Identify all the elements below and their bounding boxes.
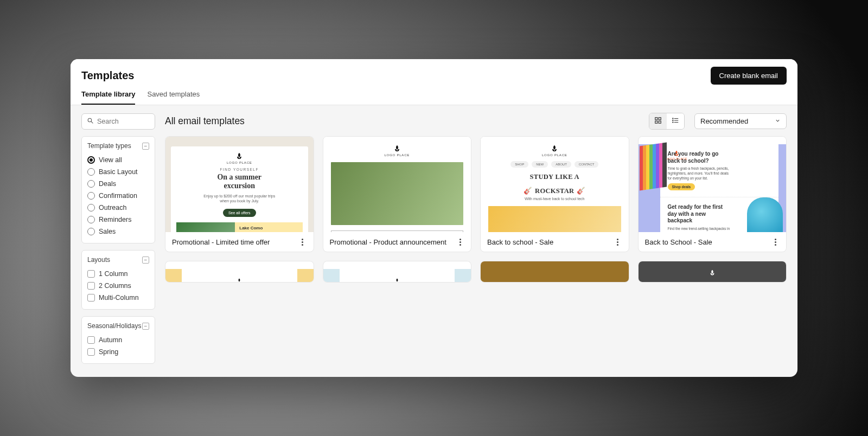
filter-template-types: Template types − View all Basic Layout D… <box>81 136 155 243</box>
template-card[interactable]: LOGO PLACE FIND YOURSELF On a summerexcu… <box>165 136 314 252</box>
svg-point-9 <box>673 118 673 119</box>
filter-layouts: Layouts − 1 Column 2 Columns Multi-Colum… <box>81 250 155 310</box>
checkbox-icon <box>87 336 95 344</box>
tab-saved-templates[interactable]: Saved templates <box>147 90 200 105</box>
app-window: Templates Create blank email Template li… <box>71 59 797 377</box>
type-reminders[interactable]: Reminders <box>87 214 149 226</box>
create-blank-email-button[interactable]: Create blank email <box>711 67 787 85</box>
radio-icon <box>87 156 95 164</box>
logo-icon: LOGO PLACE <box>176 152 303 164</box>
filter-title: Layouts <box>87 256 110 264</box>
checkbox-icon <box>87 294 95 302</box>
svg-rect-2 <box>655 118 658 120</box>
svg-line-1 <box>91 121 93 123</box>
template-card[interactable] <box>165 261 314 283</box>
checkbox-icon <box>87 348 95 356</box>
layout-2-columns[interactable]: 2 Columns <box>87 280 149 292</box>
grid-icon <box>654 117 662 126</box>
template-preview: LOGO PLACE SHOPNEWABOUTCONTACT STUDY LIK… <box>481 137 629 232</box>
template-card[interactable]: LOGO PLACE Are you ready to go back to s… <box>638 136 787 252</box>
search-input[interactable] <box>97 118 150 125</box>
view-toggle <box>649 113 685 130</box>
template-title: Back to school - Sale <box>487 238 553 246</box>
more-icon[interactable] <box>614 238 622 246</box>
radio-icon <box>87 216 95 223</box>
checkbox-icon <box>87 282 95 290</box>
more-icon[interactable] <box>771 238 780 246</box>
template-grid-row2 <box>165 261 787 377</box>
layout-1-column[interactable]: 1 Column <box>87 268 149 280</box>
svg-rect-5 <box>659 121 661 123</box>
collapse-icon[interactable]: − <box>142 323 149 330</box>
tabs: Template library Saved templates <box>81 90 787 105</box>
toolbar: All email templates Recommended <box>71 105 797 136</box>
template-grid: LOGO PLACE FIND YOURSELF On a summerexcu… <box>165 136 787 252</box>
logo-icon: LOGO PLACE <box>331 144 464 157</box>
radio-icon <box>87 192 95 200</box>
seasonal-autumn[interactable]: Autumn <box>87 334 149 346</box>
search-icon <box>87 117 94 126</box>
type-outreach[interactable]: Outreach <box>87 202 149 214</box>
logo-icon: LOGO PLACE <box>488 144 621 157</box>
more-icon[interactable] <box>298 238 307 246</box>
collapse-icon[interactable]: − <box>142 143 149 150</box>
type-view-all[interactable]: View all <box>87 154 149 166</box>
type-sales[interactable]: Sales <box>87 226 149 238</box>
svg-rect-3 <box>659 118 661 120</box>
radio-icon <box>87 204 95 211</box>
radio-icon <box>87 168 95 176</box>
list-icon <box>672 117 679 126</box>
body: Template types − View all Basic Layout D… <box>71 136 797 377</box>
template-card[interactable]: LOGO PLACE SHOP NOW Our Most Popular Pla… <box>323 136 472 252</box>
template-card[interactable]: LOGO PLACE SHOPNEWABOUTCONTACT STUDY LIK… <box>480 136 629 252</box>
template-card[interactable] <box>480 261 629 283</box>
svg-rect-4 <box>655 121 658 123</box>
template-title: Promotional - Limited time offer <box>172 238 270 246</box>
type-deals[interactable]: Deals <box>87 178 149 190</box>
seasonal-spring[interactable]: Spring <box>87 346 149 358</box>
section-title: All email templates <box>165 116 245 127</box>
template-preview: LOGO PLACE SHOP NOW Our Most Popular Pla… <box>323 137 471 232</box>
filter-title: Template types <box>87 142 131 150</box>
chevron-down-icon <box>775 117 781 125</box>
search-input-wrapper[interactable] <box>81 113 155 130</box>
svg-point-0 <box>88 118 92 122</box>
radio-icon <box>87 228 95 235</box>
layout-multi-column[interactable]: Multi-Column <box>87 292 149 304</box>
header: Templates Create blank email Template li… <box>71 59 797 105</box>
type-confirmation[interactable]: Confirmation <box>87 190 149 202</box>
more-icon[interactable] <box>456 238 464 246</box>
list-view-button[interactable] <box>667 113 684 129</box>
radio-icon <box>87 180 95 188</box>
type-basic-layout[interactable]: Basic Layout <box>87 166 149 178</box>
checkbox-icon <box>87 270 95 278</box>
template-preview: LOGO PLACE Are you ready to go back to s… <box>639 137 787 232</box>
template-card[interactable] <box>323 261 472 283</box>
template-preview: LOGO PLACE FIND YOURSELF On a summerexcu… <box>165 137 314 232</box>
template-card[interactable] <box>638 261 787 283</box>
svg-point-10 <box>673 120 673 120</box>
filter-seasonal: Seasonal/Holidays − Autumn Spring <box>81 316 155 364</box>
svg-point-11 <box>673 122 673 123</box>
template-title: Back to School - Sale <box>645 238 712 246</box>
sort-value: Recommended <box>700 117 748 125</box>
template-title: Promotional - Product announcement <box>330 238 446 246</box>
filter-title: Seasonal/Holidays <box>87 322 141 330</box>
collapse-icon[interactable]: − <box>142 257 149 264</box>
grid-view-button[interactable] <box>649 113 667 129</box>
sort-select[interactable]: Recommended <box>694 113 787 129</box>
sidebar: Template types − View all Basic Layout D… <box>81 136 155 377</box>
page-title: Templates <box>81 69 134 82</box>
tab-template-library[interactable]: Template library <box>81 90 135 105</box>
